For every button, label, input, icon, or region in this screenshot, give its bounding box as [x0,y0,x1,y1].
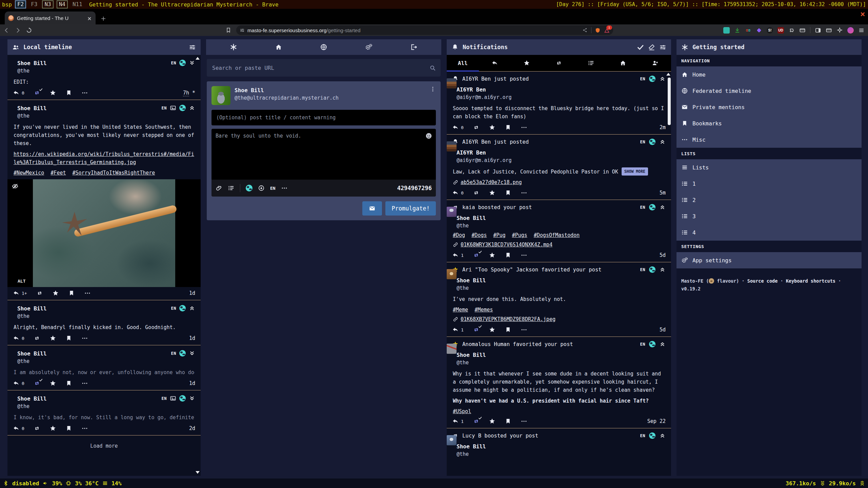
status-post[interactable]: Shoe Bill@the EN I am absolutely not, no… [7,345,201,390]
wallet-icon[interactable] [826,27,832,34]
reply-button[interactable]: 1 [452,252,464,259]
reply-button[interactable]: 0 [13,380,24,387]
filter-polls-tab[interactable] [575,55,607,71]
post-media[interactable]: ALT [7,179,201,287]
bookmark-button[interactable] [505,124,511,131]
leo-sparkle-icon[interactable] [836,27,843,34]
wm-launcher[interactable]: bsp [2,1,12,8]
status-post[interactable]: Shoe Bill@the EN EDIT: 0 [7,55,201,100]
chevron-up-icon[interactable] [659,341,666,347]
timestamp[interactable]: 1d [189,290,195,296]
workspace-f2[interactable]: F2 [15,0,26,8]
search-input[interactable] [211,64,429,72]
local-timeline-header[interactable]: Local timeline [7,39,201,55]
attachment-link[interactable]: 01K68XB7VEPKTB6MDZ9E8DR2FA.jpeg [453,316,665,322]
brave-rewards-icon[interactable]: 1 [604,27,610,33]
favourite-button[interactable] [49,89,56,96]
hashtag-link[interactable]: #Pug [493,232,505,238]
workspace-n4[interactable]: N4 [57,0,68,8]
url-bar[interactable]: masto-fe.superseriousbusiness.org/gettin… [236,25,613,35]
workspace-n3[interactable]: N3 [42,0,53,8]
brave-shield-icon[interactable] [595,27,601,33]
chevron-up-icon[interactable] [659,432,666,439]
hashtag-link[interactable]: #Meme [453,307,468,313]
content-warning-field[interactable] [211,110,436,125]
profile-avatar[interactable] [847,27,854,34]
favourite-button[interactable] [49,425,56,432]
scrollbar-thumb[interactable] [668,78,671,125]
favourite-button[interactable] [489,189,496,196]
hide-media-icon[interactable] [12,183,19,190]
avatar[interactable] [211,86,230,105]
bookmark-button[interactable] [505,326,511,333]
notification[interactable]: AI6YR Ben just posted EN AI6YR Ben@ai6yr… [447,135,671,200]
status-post[interactable]: Shoe Bill@the EN Alright, Benadryl final… [7,300,201,345]
boost-button[interactable] [34,425,40,432]
timestamp[interactable]: 2d [189,425,195,431]
timestamp[interactable]: 1d [189,380,195,386]
bookmark-page-icon[interactable] [225,27,231,33]
filter-mentions-tab[interactable] [479,55,511,71]
site-info-icon[interactable] [240,28,245,33]
compose-language-badge[interactable]: EN [270,186,276,191]
clear-notifications-icon[interactable] [648,44,655,51]
hashtag-link[interactable]: #Memes [475,307,493,313]
bookmark-button[interactable] [65,425,72,432]
back-icon[interactable] [3,27,10,34]
favourite-button[interactable] [489,124,496,131]
mark-read-icon[interactable] [637,44,644,51]
chevron-down-icon[interactable] [189,350,195,357]
timestamp[interactable]: 7h * [183,90,195,96]
tab-close-icon[interactable] [87,15,92,21]
bookmark-button[interactable] [65,335,72,342]
boost-button[interactable] [34,380,40,387]
publish-button[interactable]: Promulgate! [385,201,436,216]
share-icon[interactable] [582,27,588,33]
status-post[interactable]: Shoe Bill@the EN I know, it's bad, for n… [7,390,201,435]
timestamp[interactable]: 5d [660,252,666,258]
compose-textarea[interactable] [211,129,436,180]
show-more-button[interactable]: SHOW MORE [622,167,648,176]
chevron-down-icon[interactable] [189,395,195,402]
poll-icon[interactable] [228,185,235,191]
attachment-link[interactable]: ab5e53a27d0e7c18.png [453,179,665,185]
boost-button[interactable] [473,418,480,425]
menu-icon[interactable] [858,27,865,34]
more-button[interactable] [81,335,88,342]
hashtag-link[interactable]: #DogsOfMastodon [534,232,580,238]
more-button[interactable] [81,380,88,387]
search-bar[interactable] [207,59,441,77]
more-button[interactable] [81,425,88,432]
extension-icon[interactable] [723,27,730,34]
favourite-button[interactable] [49,335,56,342]
logout-icon[interactable] [410,43,418,51]
sidebar-item-bookmarks[interactable]: Bookmarks [677,115,862,131]
reload-icon[interactable] [26,27,32,34]
scroll-up-icon[interactable] [666,73,670,76]
favourite-button[interactable] [489,252,496,259]
filter-follows-tab[interactable] [639,55,671,71]
favourite-button[interactable] [489,418,496,425]
attachment-link[interactable]: 01K68WRY3K1BCD7V6S14QNXK4Z.mp4 [453,242,665,248]
reply-button[interactable]: 0 [452,189,464,196]
search-box-extension-icon[interactable] [799,27,806,34]
notification[interactable]: Ari "Too Spooky" Jackson favorited your … [447,262,671,337]
hashtag-link[interactable]: #Pugs [512,232,527,238]
notification[interactable]: kaia boosted your post EN Shoe Bill@the … [447,200,671,262]
sidebar-item-home[interactable]: Home [677,66,862,83]
getting-started-icon[interactable] [230,43,237,51]
sidebar-item-list-2[interactable]: 2 [677,192,862,208]
hashtag-link[interactable]: #Dogs [471,232,487,238]
sidebar-item-lists[interactable]: Lists [677,159,862,176]
more-button[interactable] [521,189,527,196]
timestamp[interactable]: Sep 22 [647,418,666,424]
reply-button[interactable]: 1 [452,418,464,425]
sidebar-item-federated[interactable]: Federated timeline [677,83,862,99]
content-type-icon[interactable] [258,185,265,191]
close-window-icon[interactable] [860,12,865,17]
forward-icon[interactable] [15,27,21,34]
sidebar-toggle-icon[interactable] [815,27,821,34]
reply-button[interactable]: 1 [452,326,464,333]
boost-button[interactable] [34,89,40,96]
bookmark-button[interactable] [505,418,511,425]
